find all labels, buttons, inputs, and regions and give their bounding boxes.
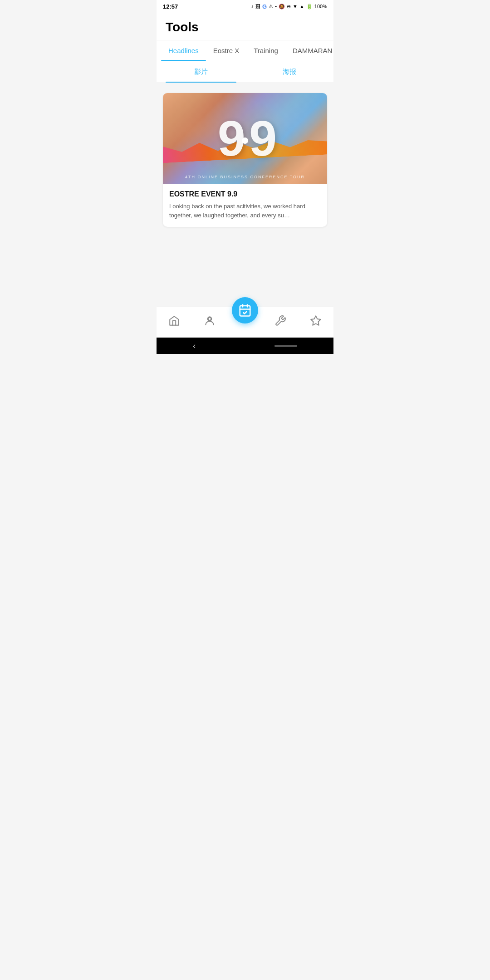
dot-icon: • bbox=[275, 4, 277, 9]
battery-percent: 100% bbox=[314, 4, 327, 9]
header: Tools bbox=[157, 13, 333, 40]
sub-tabs: 影片 海报 bbox=[157, 61, 333, 83]
music-icon: ♪ bbox=[251, 4, 254, 9]
nav-home[interactable] bbox=[157, 315, 192, 327]
subtab-videos[interactable]: 影片 bbox=[157, 61, 245, 83]
status-time: 12:57 bbox=[163, 3, 178, 10]
card-image-caption: 4TH ONLINE BUSINESS CONFERENCE TOUR bbox=[163, 175, 327, 179]
card-image: 99 4TH ONLINE BUSINESS CONFERENCE TOUR bbox=[163, 93, 327, 184]
page-title: Tools bbox=[166, 20, 324, 34]
silent-icon: 🔕 bbox=[279, 4, 285, 10]
bottom-nav bbox=[157, 307, 333, 338]
subtab-posters[interactable]: 海报 bbox=[245, 61, 333, 83]
status-bar: 12:57 ♪ 🖼 G ⚠ • 🔕 ⊖ ▼ ▲ 🔋 100% bbox=[157, 0, 333, 13]
svg-marker-6 bbox=[311, 316, 321, 325]
warning-icon: ⚠ bbox=[269, 4, 273, 10]
wifi-icon: ▼ bbox=[293, 4, 298, 9]
battery-icon: 🔋 bbox=[306, 4, 313, 10]
top-tabs: Headlines Eostre X Training DAMMARAN bbox=[157, 40, 333, 61]
nav-center-button[interactable] bbox=[232, 297, 258, 323]
back-button[interactable]: ‹ bbox=[193, 341, 196, 351]
home-pill[interactable] bbox=[274, 345, 297, 347]
nine-nine-graphic: 99 bbox=[218, 113, 272, 163]
tab-dammaran[interactable]: DAMMARAN bbox=[285, 40, 333, 61]
svg-rect-1 bbox=[208, 317, 211, 320]
card-title: EOSTRE EVENT 9.9 bbox=[169, 190, 321, 198]
image-icon: 🖼 bbox=[255, 4, 260, 9]
tab-headlines[interactable]: Headlines bbox=[161, 40, 206, 61]
event-card[interactable]: 99 4TH ONLINE BUSINESS CONFERENCE TOUR E… bbox=[163, 93, 327, 227]
card-description: Looking back on the past acitivities, we… bbox=[169, 202, 321, 220]
g-icon: G bbox=[262, 3, 267, 10]
nav-tools[interactable] bbox=[263, 315, 298, 327]
svg-rect-2 bbox=[240, 306, 250, 316]
nav-favorites[interactable] bbox=[298, 315, 333, 327]
system-nav-bar: ‹ bbox=[157, 338, 333, 354]
content-area: 99 4TH ONLINE BUSINESS CONFERENCE TOUR E… bbox=[157, 86, 333, 307]
tab-training[interactable]: Training bbox=[246, 40, 285, 61]
nav-profile[interactable] bbox=[192, 315, 227, 327]
card-body: EOSTRE EVENT 9.9 Looking back on the pas… bbox=[163, 184, 327, 227]
tab-eostre-x[interactable]: Eostre X bbox=[206, 40, 247, 61]
minus-icon: ⊖ bbox=[287, 4, 291, 10]
signal-icon: ▲ bbox=[299, 4, 304, 9]
status-icons: ♪ 🖼 G ⚠ • 🔕 ⊖ ▼ ▲ 🔋 100% bbox=[251, 3, 327, 10]
